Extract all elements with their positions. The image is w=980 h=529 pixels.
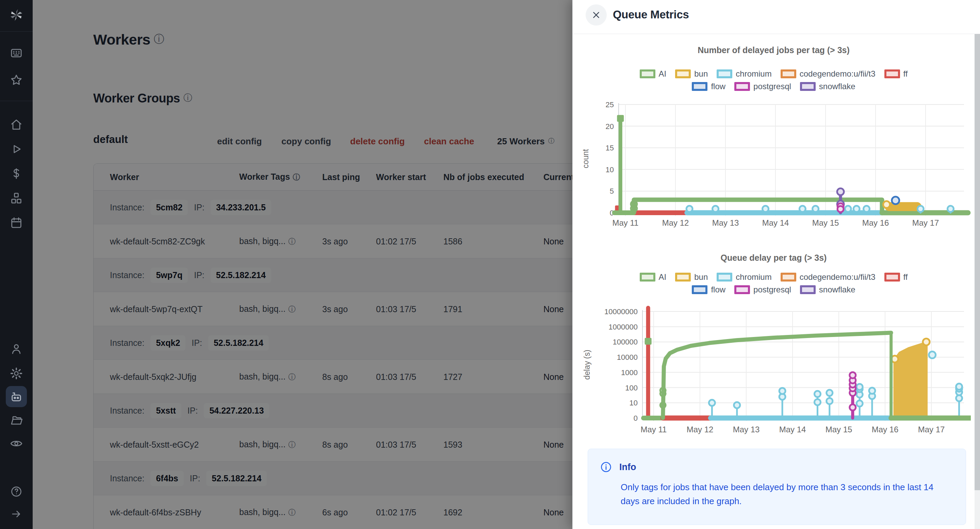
- svg-text:May 13: May 13: [733, 425, 760, 434]
- sidebar-item-settings[interactable]: [0, 363, 33, 384]
- legend-item-bun[interactable]: bun: [675, 69, 708, 79]
- svg-text:1000000: 1000000: [608, 323, 638, 331]
- drawer-header: Queue Metrics: [573, 0, 980, 34]
- sidebar-item-users[interactable]: [0, 338, 33, 360]
- legend-label: bun: [694, 69, 708, 79]
- variables-icon: [10, 167, 23, 180]
- svg-text:10: 10: [630, 398, 638, 407]
- svg-text:May 15: May 15: [826, 425, 853, 434]
- legend-swatch: [675, 69, 691, 78]
- svg-text:May 14: May 14: [779, 425, 806, 434]
- legend-label: snowflake: [819, 82, 856, 91]
- info-circle-icon: [600, 461, 612, 473]
- legend-item-bun[interactable]: bun: [675, 272, 708, 282]
- sidebar-item-favorites[interactable]: [0, 69, 33, 91]
- favorites-icon: [10, 73, 23, 87]
- sidebar-item-variables[interactable]: [0, 163, 33, 185]
- legend-item-chromium[interactable]: chromium: [717, 272, 772, 282]
- drawer-scrollbar-thumb[interactable]: [975, 34, 980, 490]
- sidebar-item-help[interactable]: [0, 481, 33, 502]
- sidebar-item-expand[interactable]: [0, 503, 33, 525]
- sidebar-item-windmill-logo: [0, 4, 33, 26]
- svg-text:100: 100: [625, 384, 638, 392]
- legend-item-AI[interactable]: AI: [640, 69, 667, 79]
- legend-item-chromium[interactable]: chromium: [717, 69, 772, 79]
- legend-label: postgresql: [753, 82, 791, 91]
- svg-text:May 17: May 17: [912, 218, 939, 228]
- legend-label: ff: [904, 69, 908, 79]
- legend-item-flow[interactable]: flow: [692, 285, 725, 295]
- svg-text:5: 5: [610, 187, 614, 195]
- resources-icon: [10, 191, 23, 205]
- folders-icon: [10, 414, 23, 427]
- sidebar-item-home[interactable]: [0, 114, 33, 135]
- info-text: Only tags for jobs that have been delaye…: [620, 480, 940, 508]
- sidebar-item-resources[interactable]: [0, 187, 33, 209]
- workers-icon: [9, 389, 24, 404]
- legend-label: chromium: [736, 69, 772, 79]
- legend-item-ff[interactable]: ff: [885, 272, 908, 282]
- legend-label: flow: [711, 82, 725, 91]
- apps-icon: [10, 46, 23, 60]
- svg-text:May 16: May 16: [862, 218, 889, 228]
- delayed-jobs-chart: 2520151050May 11May 12May 13May 14May 15…: [579, 100, 971, 237]
- legend-label: postgresql: [753, 285, 791, 295]
- legend-label: snowflake: [819, 285, 856, 295]
- legend-item-snowflake[interactable]: snowflake: [800, 285, 856, 295]
- sidebar-item-workers[interactable]: [0, 386, 33, 408]
- close-icon: [592, 11, 601, 19]
- legend-label: codegendemo:u/fii/t3: [800, 272, 875, 282]
- svg-text:100000: 100000: [613, 338, 638, 346]
- legend-swatch: [717, 69, 732, 78]
- legend-swatch: [734, 82, 750, 91]
- sidebar-item-apps[interactable]: [0, 42, 33, 64]
- svg-text:delay (s): delay (s): [582, 350, 592, 379]
- legend-label: flow: [711, 285, 725, 295]
- legend-item-postgresql[interactable]: postgresql: [734, 285, 791, 295]
- svg-text:May 17: May 17: [918, 425, 945, 434]
- svg-text:15: 15: [606, 143, 614, 152]
- legend-swatch: [800, 82, 816, 91]
- queue-delay-chart: 100000001000000100000100001000100100May …: [579, 304, 971, 447]
- sidebar-item-audit-logs[interactable]: [0, 433, 33, 454]
- info-title: Info: [619, 462, 636, 473]
- sidebar-item-schedules[interactable]: [0, 212, 33, 234]
- home-icon: [10, 118, 23, 131]
- legend-item-AI[interactable]: AI: [640, 272, 667, 282]
- svg-text:count: count: [581, 149, 590, 168]
- legend-item-postgresql[interactable]: postgresql: [734, 82, 791, 91]
- legend-label: AI: [659, 69, 667, 79]
- legend-swatch: [692, 82, 708, 91]
- users-icon: [10, 342, 23, 356]
- sidebar-item-folders[interactable]: [0, 409, 33, 431]
- svg-text:0: 0: [633, 414, 638, 422]
- legend-item-snowflake[interactable]: snowflake: [800, 82, 856, 91]
- legend-item-codegendemo-u-fii-t3[interactable]: codegendemo:u/fii/t3: [781, 69, 875, 79]
- expand-icon: [10, 508, 22, 520]
- legend-swatch: [781, 69, 796, 78]
- legend-item-ff[interactable]: ff: [885, 69, 908, 79]
- legend-label: bun: [694, 272, 708, 282]
- legend-swatch: [692, 285, 708, 294]
- queue-metrics-drawer: Queue Metrics Number of delayed jobs per…: [572, 0, 980, 529]
- drawer-title: Queue Metrics: [613, 8, 689, 21]
- runs-icon: [10, 143, 23, 156]
- windmill-logo-icon: [8, 7, 24, 23]
- legend-item-codegendemo-u-fii-t3[interactable]: codegendemo:u/fii/t3: [781, 272, 875, 282]
- svg-text:25: 25: [606, 100, 614, 109]
- legend-swatch: [640, 272, 655, 282]
- audit-logs-icon: [10, 437, 23, 450]
- chart1-legend: AIbunchromiumcodegendemo:u/fii/t3ffflowp…: [573, 69, 975, 91]
- sidebar-item-runs[interactable]: [0, 138, 33, 160]
- legend-swatch: [885, 69, 900, 78]
- svg-text:10000: 10000: [617, 353, 638, 362]
- schedules-icon: [10, 216, 23, 229]
- close-button[interactable]: [585, 5, 607, 25]
- legend-swatch: [734, 285, 750, 294]
- legend-swatch: [781, 272, 796, 282]
- chart2-legend: AIbunchromiumcodegendemo:u/fii/t3ffflowp…: [573, 272, 975, 295]
- svg-text:May 14: May 14: [762, 218, 789, 228]
- legend-item-flow[interactable]: flow: [692, 82, 725, 91]
- legend-swatch: [800, 285, 816, 294]
- legend-label: ff: [904, 272, 908, 282]
